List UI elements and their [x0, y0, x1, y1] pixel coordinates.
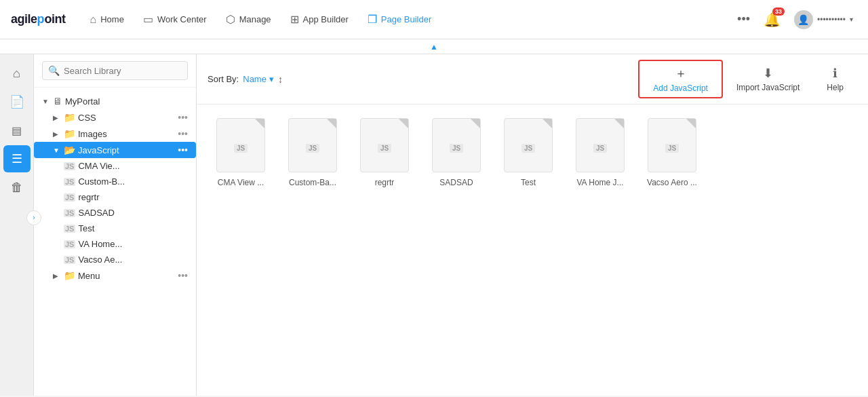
nav-appbuilder[interactable]: ⊞ App Builder: [282, 9, 357, 30]
search-icon: 🔍: [48, 65, 60, 76]
sadsad-label: SADSAD: [78, 208, 188, 218]
notification-button[interactable]: 🔔 33: [760, 7, 785, 32]
images-expand-icon: ▶: [53, 130, 61, 138]
tree-node-vacsoa[interactable]: JS Vacso Ae...: [34, 252, 196, 267]
tree-node-javascript[interactable]: ▼ 📂 JavaScript •••: [34, 142, 196, 158]
file-thumbnail: JS: [504, 118, 553, 172]
plus-icon: ＋: [675, 65, 687, 81]
file-item[interactable]: JS Test: [498, 118, 559, 187]
user-menu-button[interactable]: 👤 •••••••••• ▾: [790, 6, 857, 33]
file-name-label: CMA View ...: [218, 178, 264, 187]
more-options-button[interactable]: •••: [733, 8, 754, 31]
sidebar-grid-item[interactable]: ▤: [3, 117, 31, 144]
file-name-label: Vacso Aero ...: [647, 178, 697, 187]
search-input[interactable]: [64, 66, 182, 76]
nav-manage[interactable]: ⬡ Manage: [218, 9, 279, 30]
file-item[interactable]: JS Custom-Ba...: [282, 118, 343, 187]
file-name-label: regrtr: [375, 178, 395, 187]
help-button[interactable]: ℹ Help: [813, 62, 857, 96]
sort-chevron-icon: ▾: [269, 74, 274, 84]
file-corner-fold: [542, 119, 552, 128]
tree-node-menu[interactable]: ▶ 📁 Menu •••: [34, 267, 196, 284]
css-more-icon[interactable]: •••: [178, 112, 188, 123]
file-item[interactable]: JS SADSAD: [426, 118, 487, 187]
menu-expand-icon: ▶: [53, 272, 61, 280]
menu-more-icon[interactable]: •••: [178, 270, 188, 281]
file-item[interactable]: JS VA Home J...: [570, 118, 631, 187]
file-corner-fold: [327, 119, 336, 128]
file-thumbnail: JS: [360, 118, 409, 172]
file-item[interactable]: JS regrtr: [354, 118, 415, 187]
cmaview-file-icon: JS: [64, 162, 75, 170]
search-input-wrap[interactable]: 🔍: [42, 61, 188, 80]
file-thumbnail: JS: [648, 118, 696, 172]
images-folder-icon: 📁: [64, 128, 75, 139]
tree-node-css[interactable]: ▶ 📁 CSS •••: [34, 109, 196, 126]
file-grid: JS CMA View ... JS Custom-Ba... JS regrt…: [197, 105, 868, 396]
import-javascript-button[interactable]: ⬇ Import JavaScript: [723, 62, 813, 96]
content-toolbar: Sort By: Name ▾ ↕ ＋ Add JavaScript ⬇ Imp…: [197, 54, 868, 105]
sidebar-trash-item[interactable]: 🗑: [3, 174, 31, 201]
vahome-label: VA Home...: [78, 239, 188, 249]
icon-sidebar: ⌂ 📄 ▤ ☰ 🗑 ›: [0, 54, 34, 396]
collapse-bar[interactable]: ▲: [0, 39, 868, 54]
avatar-icon: 👤: [797, 14, 809, 25]
file-type-badge: JS: [521, 144, 535, 153]
search-box: 🔍: [34, 54, 196, 88]
sidebar-home-item[interactable]: ⌂: [3, 60, 31, 87]
sidebar-expand-button[interactable]: ›: [26, 210, 41, 225]
images-more-icon[interactable]: •••: [178, 128, 188, 139]
tree-node-customb[interactable]: JS Custom-B...: [34, 174, 196, 189]
nav-workcenter[interactable]: ▭ Work Center: [135, 9, 215, 30]
images-label: Images: [78, 129, 175, 139]
file-type-badge: JS: [450, 144, 463, 153]
tree-node-cmaview[interactable]: JS CMA Vie...: [34, 158, 196, 174]
tree-node-regrtr[interactable]: JS regrtr: [34, 189, 196, 205]
add-javascript-button[interactable]: ＋ Add JavaScript: [638, 60, 723, 98]
file-corner-fold: [614, 119, 624, 128]
file-type-badge: JS: [234, 144, 248, 153]
nav-appbuilder-label: App Builder: [303, 14, 349, 24]
css-expand-icon: ▶: [53, 114, 61, 121]
tree-node-test[interactable]: JS Test: [34, 221, 196, 236]
nav-home[interactable]: ⌂ Home: [82, 10, 132, 30]
sidebar-page-item[interactable]: 📄: [3, 88, 31, 115]
user-chevron-icon: ▾: [850, 16, 853, 23]
tree-root-node[interactable]: ▼ 🖥 MyPortal: [34, 93, 196, 109]
sort-by-label: Sort By:: [208, 74, 239, 84]
customb-file-icon: JS: [64, 178, 75, 186]
file-corner-fold: [471, 119, 480, 128]
pagebuilder-icon: ❐: [368, 13, 377, 26]
sidebar-page-icon: 📄: [9, 94, 24, 109]
root-monitor-icon: 🖥: [53, 96, 62, 107]
css-label: CSS: [78, 113, 175, 123]
menu-label: Menu: [78, 271, 175, 281]
tree-node-sadsad[interactable]: JS SADSAD: [34, 205, 196, 221]
sidebar-grid-icon: ▤: [12, 124, 22, 137]
file-thumbnail: JS: [432, 118, 481, 172]
file-type-badge: JS: [306, 144, 319, 153]
nav-manage-label: Manage: [239, 14, 271, 24]
sort-dropdown[interactable]: Name ▾: [243, 74, 274, 84]
tree-node-vahome[interactable]: JS VA Home...: [34, 236, 196, 252]
user-avatar: 👤: [794, 10, 813, 29]
sidebar-trash-icon: 🗑: [11, 181, 23, 195]
file-item[interactable]: JS CMA View ...: [210, 118, 271, 187]
sidebar-list-item[interactable]: ☰: [3, 145, 31, 172]
top-navigation: agilepoint ⌂ Home ▭ Work Center ⬡ Manage…: [0, 0, 868, 39]
sort-toggle-icon[interactable]: ↕: [278, 74, 283, 85]
vahome-file-icon: JS: [64, 240, 75, 248]
tree-area: ▼ 🖥 MyPortal ▶ 📁 CSS ••• ▶ 📁 Images ••• …: [34, 88, 196, 396]
sadsad-file-icon: JS: [64, 209, 75, 217]
main-layout: ⌂ 📄 ▤ ☰ 🗑 › 🔍 ▼ 🖥: [0, 54, 868, 396]
file-item[interactable]: JS Vacso Aero ...: [642, 118, 703, 187]
tree-node-images[interactable]: ▶ 📁 Images •••: [34, 126, 196, 142]
test-file-icon: JS: [64, 225, 75, 233]
js-more-icon[interactable]: •••: [178, 145, 188, 155]
file-name-label: Test: [521, 178, 536, 187]
css-folder-icon: 📁: [64, 112, 75, 123]
file-name-label: SADSAD: [439, 178, 473, 187]
nav-pagebuilder[interactable]: ❐ Page Builder: [359, 9, 439, 30]
file-thumbnail: JS: [576, 118, 625, 172]
js-folder-open-icon: 📂: [64, 145, 75, 155]
